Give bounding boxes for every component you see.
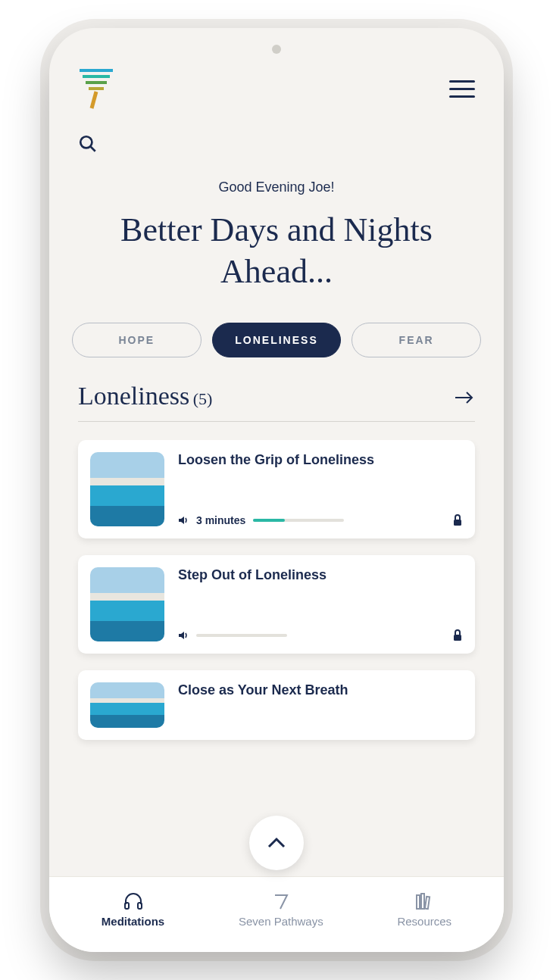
card-title: Loosen the Grip of Loneliness [178,452,463,468]
greeting-text: Good Evening Joe! [78,179,475,195]
svg-rect-16 [425,897,430,909]
section-count: (5) [193,389,213,408]
card-thumbnail [90,452,164,526]
card-body: Close as Your Next Breath [178,682,463,728]
seven-icon [271,892,291,910]
app-logo-icon [78,66,116,111]
tab-label: Seven Pathways [239,915,323,928]
progress-fill [253,519,285,522]
meditation-card[interactable]: Step Out of Loneliness [78,555,475,654]
tab-meditations[interactable]: Meditations [102,892,164,928]
svg-line-4 [92,92,96,108]
svg-rect-9 [454,520,461,526]
tab-label: Resources [397,915,451,928]
headline-text: Better Days and Nights Ahead... [78,209,475,292]
svg-marker-8 [179,517,184,524]
audio-icon [178,515,189,526]
svg-rect-11 [454,635,461,641]
chip-fear[interactable]: FEAR [351,323,481,357]
meditation-list: Loosen the Grip of Loneliness 3 minutes [49,440,504,876]
card-title: Close as Your Next Breath [178,682,463,698]
audio-icon [178,630,189,641]
arrow-right-icon[interactable] [454,391,475,404]
card-body: Loosen the Grip of Loneliness 3 minutes [178,452,463,526]
svg-point-5 [80,136,92,148]
card-title: Step Out of Loneliness [178,567,463,583]
svg-rect-14 [417,895,420,909]
card-thumbnail [90,682,164,728]
lock-icon [452,629,463,641]
section-title: Loneliness [78,382,189,410]
books-icon [414,892,434,910]
phone-frame: Good Evening Joe! Better Days and Nights… [49,28,504,952]
chip-hope[interactable]: HOPE [72,323,202,357]
scroll-up-button[interactable] [249,816,304,870]
progress-bar [196,634,287,637]
section-header: Loneliness (5) [78,382,475,422]
lock-icon [452,514,463,526]
svg-marker-10 [179,632,184,639]
chevron-up-icon [266,836,287,850]
app-screen: Good Evening Joe! Better Days and Nights… [49,28,504,952]
chip-loneliness[interactable]: LONELINESS [212,323,342,357]
card-thumbnail [90,567,164,641]
svg-rect-15 [421,894,424,909]
card-body: Step Out of Loneliness [178,567,463,641]
meditation-card[interactable]: Loosen the Grip of Loneliness 3 minutes [78,440,475,538]
duration-text: 3 minutes [196,514,245,526]
svg-rect-13 [138,903,142,909]
hero-section: Good Evening Joe! Better Days and Nights… [49,126,504,323]
category-chips: HOPE LONELINESS FEAR [49,323,504,382]
tab-label: Meditations [102,915,164,928]
svg-rect-12 [125,903,129,909]
tab-seven-pathways[interactable]: Seven Pathways [239,892,323,928]
tab-resources[interactable]: Resources [397,892,451,928]
top-bar [49,66,504,126]
card-footer [178,629,463,641]
svg-line-6 [90,146,95,151]
meditation-card[interactable]: Close as Your Next Breath [78,670,475,740]
card-footer: 3 minutes [178,514,463,526]
menu-button[interactable] [449,80,475,98]
headphones-icon [123,892,143,910]
bottom-tab-bar: Meditations Seven Pathways Resources [49,876,504,952]
search-icon[interactable] [78,134,98,154]
progress-bar [253,519,344,522]
